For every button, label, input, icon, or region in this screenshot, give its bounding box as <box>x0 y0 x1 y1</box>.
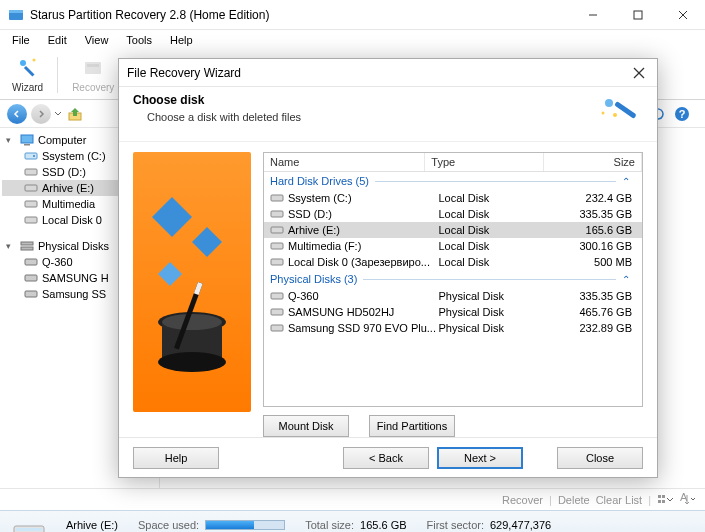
wizard-dialog: File Recovery Wizard Choose disk Choose … <box>118 58 658 478</box>
wand-icon <box>16 56 40 80</box>
menubar: File Edit View Tools Help <box>0 30 705 50</box>
delete-action[interactable]: Delete <box>558 494 590 506</box>
svg-rect-56 <box>271 309 283 315</box>
svg-rect-19 <box>25 185 37 191</box>
row-size: 335.35 GB <box>546 208 636 220</box>
disk-row[interactable]: SSD (D:)Local Disk335.35 GB <box>264 206 642 222</box>
menu-file[interactable]: File <box>4 32 38 48</box>
row-type: Local Disk <box>439 256 547 268</box>
svg-rect-20 <box>25 201 37 207</box>
svg-rect-49 <box>194 282 203 295</box>
svg-rect-15 <box>24 144 30 146</box>
nav-up-button[interactable] <box>64 103 86 125</box>
svg-rect-3 <box>634 11 642 19</box>
find-partitions-button[interactable]: Find Partitions <box>369 415 455 437</box>
svg-point-46 <box>158 352 226 372</box>
col-size[interactable]: Size <box>544 153 642 171</box>
col-type[interactable]: Type <box>425 153 544 171</box>
recovery-label: Recovery <box>72 82 114 93</box>
bottom-toolbar: Recover | Delete Clear List | A <box>0 488 705 510</box>
row-type: Physical Disk <box>439 290 547 302</box>
help-icon[interactable]: ? <box>673 105 691 123</box>
disk-icon <box>24 166 38 178</box>
back-button[interactable]: < Back <box>343 447 429 469</box>
menu-view[interactable]: View <box>77 32 117 48</box>
disk-row[interactable]: Multimedia (F:)Local Disk300.16 GB <box>264 238 642 254</box>
mount-disk-button[interactable]: Mount Disk <box>263 415 349 437</box>
svg-marker-43 <box>158 262 182 286</box>
wizard-close-button[interactable] <box>629 63 649 83</box>
row-size: 232.89 GB <box>546 322 636 334</box>
maximize-button[interactable] <box>615 0 660 30</box>
titlebar: Starus Partition Recovery 2.8 (Home Edit… <box>0 0 705 30</box>
col-name[interactable]: Name <box>264 153 425 171</box>
collapse-icon[interactable]: ▾ <box>6 241 16 251</box>
group-hdd[interactable]: Hard Disk Drives (5)⌃ <box>264 172 642 190</box>
recovery-button[interactable]: Recovery <box>66 54 120 95</box>
help-button[interactable]: Help <box>133 447 219 469</box>
chevron-up-icon: ⌃ <box>622 176 636 187</box>
svg-rect-9 <box>85 62 101 74</box>
recover-action[interactable]: Recover <box>502 494 543 506</box>
svg-point-47 <box>162 314 222 330</box>
wizard-body: Name Type Size Hard Disk Drives (5)⌃ Ssy… <box>119 141 657 437</box>
window-title: Starus Partition Recovery 2.8 (Home Edit… <box>30 8 570 22</box>
collapse-icon[interactable]: ▾ <box>6 135 16 145</box>
statusbar: Arhive (E:) Local Disk Space used: Space… <box>0 510 705 532</box>
row-name: SSD (D:) <box>288 208 439 220</box>
clear-action[interactable]: Clear List <box>596 494 642 506</box>
svg-rect-23 <box>21 247 33 250</box>
next-button[interactable]: Next > <box>437 447 523 469</box>
svg-rect-30 <box>662 500 665 503</box>
svg-point-39 <box>613 113 617 117</box>
computer-icon <box>20 134 34 146</box>
wizard-button[interactable]: Wizard <box>6 54 49 95</box>
row-name: Arhive (E:) <box>288 224 439 236</box>
disk-row[interactable]: Arhive (E:)Local Disk165.6 GB <box>264 222 642 238</box>
row-size: 500 MB <box>546 256 636 268</box>
svg-rect-27 <box>658 495 661 498</box>
svg-rect-50 <box>271 195 283 201</box>
nav-dropdown-icon[interactable] <box>54 105 62 123</box>
svg-text:?: ? <box>679 108 686 120</box>
svg-rect-22 <box>21 242 33 245</box>
close-window-button[interactable] <box>660 0 705 30</box>
minimize-button[interactable] <box>570 0 615 30</box>
svg-rect-37 <box>614 101 637 119</box>
wizard-disk-list: Name Type Size Hard Disk Drives (5)⌃ Ssy… <box>263 152 643 407</box>
group-physical[interactable]: Physical Disks (3)⌃ <box>264 270 642 288</box>
row-name: Ssystem (C:) <box>288 192 439 204</box>
svg-rect-57 <box>271 325 283 331</box>
disk-row[interactable]: Q-360Physical Disk335.35 GB <box>264 288 642 304</box>
disk-row[interactable]: Ssystem (C:)Local Disk232.4 GB <box>264 190 642 206</box>
row-name: Local Disk 0 (Зарезервиро... <box>288 256 439 268</box>
nav-back-button[interactable] <box>6 103 28 125</box>
nav-forward-button[interactable] <box>30 103 52 125</box>
svg-rect-52 <box>271 227 283 233</box>
disk-icon <box>24 182 38 194</box>
close-button[interactable]: Close <box>557 447 643 469</box>
menu-help[interactable]: Help <box>162 32 201 48</box>
svg-point-8 <box>32 59 35 62</box>
menu-edit[interactable]: Edit <box>40 32 75 48</box>
disk-icon <box>24 214 38 226</box>
row-type: Physical Disk <box>439 322 547 334</box>
menu-tools[interactable]: Tools <box>118 32 160 48</box>
wizard-titlebar: File Recovery Wizard <box>119 59 657 87</box>
wizard-title: File Recovery Wizard <box>127 66 629 80</box>
svg-marker-41 <box>152 197 192 237</box>
svg-rect-53 <box>271 243 283 249</box>
svg-point-6 <box>20 60 26 66</box>
svg-rect-28 <box>662 495 665 498</box>
view-options-icon[interactable] <box>657 493 673 507</box>
disk-row[interactable]: Samsung SSD 970 EVO Plu...Physical Disk2… <box>264 320 642 336</box>
disk-row[interactable]: Local Disk 0 (Зарезервиро...Local Disk50… <box>264 254 642 270</box>
disk-row[interactable]: SAMSUNG HD502HJPhysical Disk465.76 GB <box>264 304 642 320</box>
svg-rect-29 <box>658 500 661 503</box>
svg-rect-55 <box>271 293 283 299</box>
sort-icon[interactable]: A <box>679 493 695 507</box>
svg-rect-51 <box>271 211 283 217</box>
row-name: SAMSUNG HD502HJ <box>288 306 439 318</box>
row-type: Local Disk <box>439 208 547 220</box>
disk-icon <box>24 150 38 162</box>
